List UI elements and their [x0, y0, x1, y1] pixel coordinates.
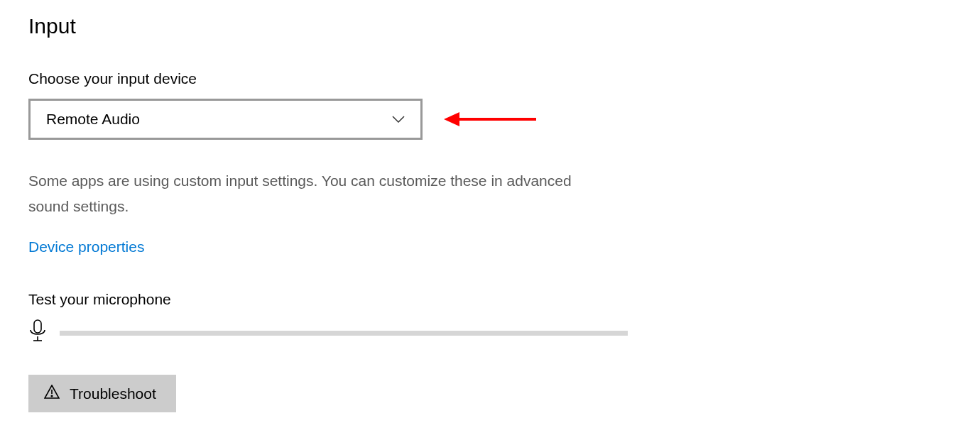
- troubleshoot-button[interactable]: Troubleshoot: [28, 375, 176, 412]
- microphone-icon: [28, 319, 47, 346]
- troubleshoot-button-label: Troubleshoot: [70, 385, 156, 402]
- choose-input-device-label: Choose your input device: [28, 70, 952, 87]
- dropdown-row: Remote Audio: [28, 99, 952, 140]
- svg-marker-1: [444, 112, 459, 126]
- custom-input-settings-info: Some apps are using custom input setting…: [28, 168, 582, 219]
- warning-icon: [44, 385, 60, 402]
- device-properties-link[interactable]: Device properties: [28, 238, 144, 255]
- chevron-down-icon: [392, 113, 405, 126]
- svg-rect-2: [34, 320, 41, 333]
- input-device-dropdown[interactable]: Remote Audio: [28, 99, 423, 140]
- svg-point-7: [51, 396, 53, 397]
- test-microphone-label: Test your microphone: [28, 291, 952, 308]
- microphone-level-bar: [60, 331, 628, 336]
- arrow-annotation: [444, 111, 536, 128]
- input-device-selected-value: Remote Audio: [46, 111, 140, 128]
- input-section-title: Input: [28, 14, 952, 38]
- mic-test-row: [28, 319, 952, 346]
